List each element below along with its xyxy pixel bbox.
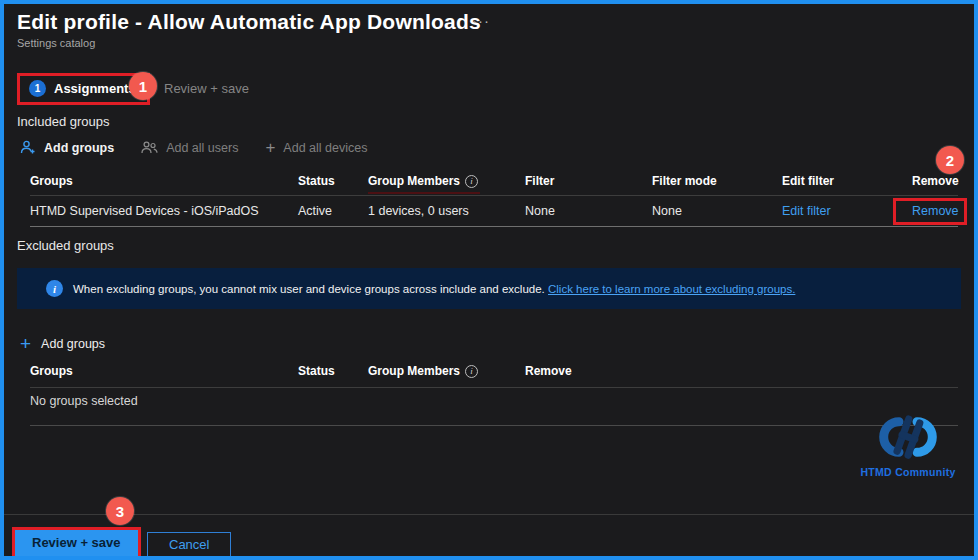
excluded-groups-heading: Excluded groups xyxy=(17,238,114,253)
cancel-button[interactable]: Cancel xyxy=(147,532,231,558)
col-group-members[interactable]: Group Members i xyxy=(368,174,525,188)
person-add-icon xyxy=(20,140,36,155)
included-table-header: Groups Status Group Members i Filter Fil… xyxy=(30,174,958,188)
info-icon: i xyxy=(46,280,63,297)
col-remove[interactable]: Remove xyxy=(912,174,961,188)
included-toolbar: Add groups Add all users + Add all devic… xyxy=(20,139,367,156)
info-icon: i xyxy=(465,175,478,188)
annotation-box-remove xyxy=(893,198,967,225)
divider xyxy=(30,425,958,426)
divider xyxy=(30,195,958,196)
htmd-community-logo: HTMD Community xyxy=(854,410,962,478)
plus-icon: + xyxy=(265,139,275,156)
add-groups-label: Add groups xyxy=(44,141,114,155)
annotation-underline xyxy=(368,192,480,194)
annotation-badge-2: 2 xyxy=(936,146,964,174)
annotation-box-review-save: Review + save xyxy=(12,527,141,559)
divider xyxy=(30,387,958,388)
plus-icon: + xyxy=(20,334,31,353)
col-filter[interactable]: Filter xyxy=(525,174,652,188)
add-groups-button[interactable]: Add groups xyxy=(20,140,114,155)
col-filter-mode[interactable]: Filter mode xyxy=(652,174,782,188)
logo-text: HTMD Community xyxy=(860,466,955,478)
add-all-users-label: Add all users xyxy=(166,141,238,155)
annotation-badge-1: 1 xyxy=(129,72,157,100)
cell-status: Active xyxy=(298,204,368,218)
excluded-add-groups-label: Add groups xyxy=(41,337,105,351)
step-number-icon: 1 xyxy=(29,80,46,97)
edit-profile-window: Edit profile - Allow Automatic App Downl… xyxy=(0,0,978,560)
divider xyxy=(4,514,974,515)
tab-review-save[interactable]: Review + save xyxy=(164,81,249,96)
col-edit-filter[interactable]: Edit filter xyxy=(782,174,912,188)
col-group-members[interactable]: Group Members i xyxy=(368,364,525,378)
people-icon xyxy=(141,140,158,155)
col-status[interactable]: Status xyxy=(298,174,368,188)
col-remove[interactable]: Remove xyxy=(525,364,645,378)
cell-members: 1 devices, 0 users xyxy=(368,204,525,218)
cell-filter-mode: None xyxy=(652,204,782,218)
excluded-add-groups-button[interactable]: + Add groups xyxy=(20,334,105,353)
banner-text: When excluding groups, you cannot mix us… xyxy=(73,283,795,295)
tab-assignments-label: Assignments xyxy=(54,81,136,96)
divider xyxy=(30,226,958,227)
empty-state-text: No groups selected xyxy=(30,394,138,408)
info-banner: i When excluding groups, you cannot mix … xyxy=(17,268,961,309)
info-icon: i xyxy=(465,365,478,378)
add-all-users-button[interactable]: Add all users xyxy=(141,140,238,155)
col-groups[interactable]: Groups xyxy=(30,174,298,188)
col-status[interactable]: Status xyxy=(298,364,368,378)
page-subtitle: Settings catalog xyxy=(17,37,95,49)
included-groups-heading: Included groups xyxy=(17,114,110,129)
annotation-badge-3: 3 xyxy=(106,497,134,525)
learn-more-link[interactable]: Click here to learn more about excluding… xyxy=(548,283,795,295)
add-all-devices-button[interactable]: + Add all devices xyxy=(265,139,367,156)
more-options-icon[interactable]: ··· xyxy=(472,12,490,29)
col-groups[interactable]: Groups xyxy=(30,364,298,378)
htmd-logo-icon xyxy=(862,410,954,464)
excluded-table-header: Groups Status Group Members i Remove xyxy=(30,364,958,378)
review-save-button[interactable]: Review + save xyxy=(15,530,138,556)
table-row[interactable]: HTMD Supervised Devices - iOS/iPadOS Act… xyxy=(30,198,958,224)
cell-filter: None xyxy=(525,204,652,218)
add-all-devices-label: Add all devices xyxy=(283,141,367,155)
page-title: Edit profile - Allow Automatic App Downl… xyxy=(17,10,481,34)
cell-group-name: HTMD Supervised Devices - iOS/iPadOS xyxy=(30,204,298,218)
